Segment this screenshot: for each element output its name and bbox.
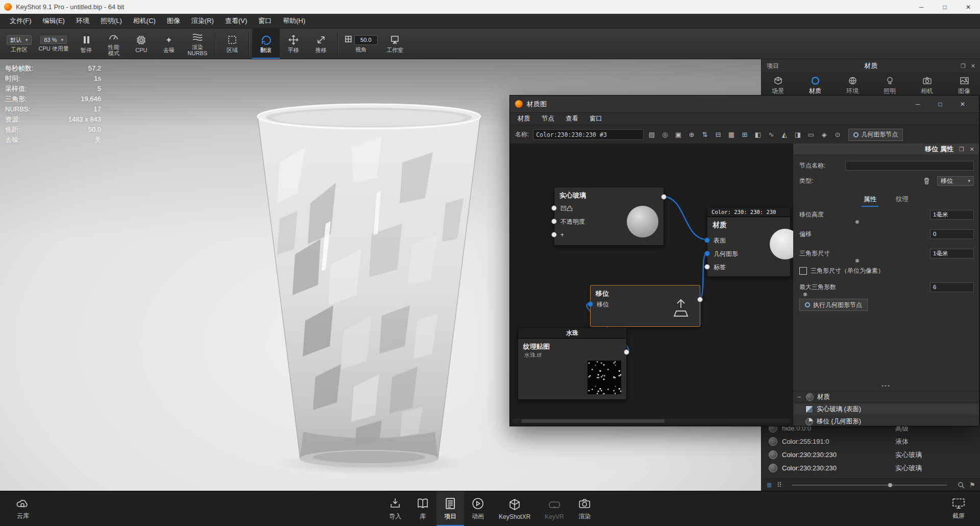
material-graph-titlebar[interactable]: 材质图 ─ □ ✕ xyxy=(510,95,979,113)
checkbox[interactable] xyxy=(799,267,807,275)
graph-toolbar-icon[interactable]: ⊙ xyxy=(832,130,843,140)
cloud-library-button[interactable]: 云库 xyxy=(8,491,38,526)
tab-scene[interactable]: 场景 xyxy=(772,76,784,95)
region-button[interactable]: 区域 xyxy=(218,29,246,59)
input-socket[interactable] xyxy=(704,264,710,270)
tab-properties[interactable]: 属性 xyxy=(862,194,878,207)
input-socket[interactable] xyxy=(551,232,557,237)
animation-button[interactable]: 动画 xyxy=(464,491,492,526)
menu-view[interactable]: 查看(V) xyxy=(219,14,253,28)
horizontal-scrollbar[interactable] xyxy=(512,418,791,424)
node-material-root[interactable]: Color: 230: 230: 230 材质 表面 几何图形 标签 xyxy=(707,207,791,277)
material-list-item[interactable]: Color:230:230:230 实心玻璃 xyxy=(762,462,980,474)
input-socket[interactable] xyxy=(551,219,557,224)
menu-image[interactable]: 图像 xyxy=(161,14,186,28)
close-button[interactable]: ✕ xyxy=(951,95,974,112)
menu-lighting[interactable]: 照明(L) xyxy=(95,14,128,28)
tab-texture[interactable]: 纹理 xyxy=(894,194,911,207)
graph-toolbar-icon[interactable]: ◭ xyxy=(779,130,790,140)
import-button[interactable]: 导入 xyxy=(381,491,409,526)
tab-image[interactable]: 图像 xyxy=(958,76,970,95)
graph-menu-view[interactable]: 查看 xyxy=(560,113,584,125)
graph-toolbar-icon[interactable]: ◈ xyxy=(819,130,829,140)
graph-toolbar-icon[interactable]: ⊞ xyxy=(739,130,750,140)
fov-input[interactable] xyxy=(354,35,378,45)
slider-handle[interactable] xyxy=(803,293,807,296)
project-button[interactable]: 项目 xyxy=(436,491,464,526)
menu-render[interactable]: 渲染(R) xyxy=(186,14,219,28)
collapse-icon[interactable]: − xyxy=(797,394,802,401)
tab-environment[interactable]: 环境 xyxy=(846,76,859,95)
performance-mode-button[interactable]: 性能模式 xyxy=(100,29,128,59)
render-nurbs-button[interactable]: 渲染NURBS xyxy=(183,29,212,59)
type-dropdown[interactable]: 移位 ▾ xyxy=(937,176,974,186)
output-socket[interactable] xyxy=(697,297,703,302)
scrollbar-thumb[interactable] xyxy=(522,419,665,423)
denoise-button[interactable]: ✦ 去噪 xyxy=(155,29,183,59)
slider-handle[interactable] xyxy=(855,220,859,224)
node-texture-map[interactable]: 水珠 纹理贴图 水珠.tif xyxy=(518,327,627,400)
close-button[interactable]: ✕ xyxy=(957,0,980,14)
node-name-input[interactable] xyxy=(845,161,974,171)
graph-toolbar-icon[interactable]: ▤ xyxy=(646,130,657,140)
max-triangles-input[interactable] xyxy=(930,282,974,292)
list-view-icon[interactable]: ≣ xyxy=(767,481,772,489)
graph-toolbar-icon[interactable]: ⊟ xyxy=(713,130,723,140)
menu-file[interactable]: 文件(F) xyxy=(4,14,37,28)
tab-material[interactable]: 材质 xyxy=(809,76,821,95)
tab-lighting[interactable]: 照明 xyxy=(884,76,896,95)
graph-toolbar-icon[interactable]: ⊕ xyxy=(686,130,697,140)
graph-toolbar-icon[interactable]: ◎ xyxy=(659,130,670,140)
close-panel-icon[interactable]: ✕ xyxy=(971,63,975,69)
slider-handle[interactable] xyxy=(888,483,892,487)
slider-handle[interactable] xyxy=(855,259,859,262)
float-panel-icon[interactable]: ❐ xyxy=(961,63,966,69)
tree-item-displace[interactable]: 移位 (几何图形) xyxy=(793,416,979,426)
panel-splitter[interactable]: ••• xyxy=(793,382,979,389)
graph-toolbar-icon[interactable]: ◨ xyxy=(792,130,803,140)
node-solid-glass[interactable]: 实心玻璃 凹凸 不透明度 + xyxy=(554,187,664,246)
grid-view-icon[interactable]: ⠿ xyxy=(777,481,782,489)
close-panel-icon[interactable]: ✕ xyxy=(970,146,974,153)
graph-toolbar-icon[interactable]: ◧ xyxy=(752,130,763,140)
maximize-button[interactable]: □ xyxy=(929,95,951,112)
graph-toolbar-icon[interactable]: ⇅ xyxy=(699,130,710,140)
float-panel-icon[interactable]: ❐ xyxy=(959,146,964,153)
flag-icon[interactable]: ⚑ xyxy=(969,481,975,489)
graph-menu-material[interactable]: 材质 xyxy=(512,113,536,125)
graph-menu-node[interactable]: 节点 xyxy=(536,113,560,125)
graph-toolbar-icon[interactable]: ▭ xyxy=(805,130,816,140)
geometry-node-button[interactable]: 几何图形节点 xyxy=(848,129,903,141)
material-list-item[interactable]: Color:230:230:230 实心玻璃 xyxy=(762,448,980,461)
graph-toolbar-icon[interactable]: ▣ xyxy=(673,130,683,140)
workspace-dropdown[interactable]: 默认 ▾ xyxy=(7,35,32,45)
thumbnail-size-slider[interactable] xyxy=(792,485,947,486)
dolly-button[interactable]: 推移 xyxy=(307,29,335,59)
displace-height-input[interactable] xyxy=(930,210,974,220)
tab-camera[interactable]: 相机 xyxy=(921,76,933,95)
input-socket-connected[interactable] xyxy=(587,301,593,307)
tumble-button[interactable]: 翻滚 xyxy=(252,29,280,59)
trash-icon[interactable] xyxy=(923,177,930,184)
pan-button[interactable]: 平移 xyxy=(280,29,307,59)
input-socket-connected[interactable] xyxy=(704,237,710,243)
library-button[interactable]: 库 xyxy=(409,491,436,526)
offset-input[interactable] xyxy=(930,229,974,239)
menu-help[interactable]: 帮助(H) xyxy=(277,14,311,28)
menu-environment[interactable]: 环境 xyxy=(70,14,95,28)
maximize-button[interactable]: □ xyxy=(933,0,957,14)
output-socket[interactable] xyxy=(624,349,629,355)
input-socket[interactable] xyxy=(551,205,557,211)
studio-button[interactable]: 工作室 xyxy=(381,29,409,59)
tree-item-solid-glass[interactable]: 实心玻璃 (表面) xyxy=(793,403,979,415)
keyshotxr-button[interactable]: KeyShotXR xyxy=(492,491,537,526)
graph-toolbar-icon[interactable]: ∿ xyxy=(766,130,776,140)
cpu-mode-button[interactable]: CPU xyxy=(128,29,155,59)
material-list-item[interactable]: Color:255:191:0 液体 xyxy=(762,435,980,448)
tree-item-material[interactable]: − 材质 xyxy=(793,391,979,403)
texture-node-tab[interactable]: 水珠 xyxy=(518,328,626,339)
input-socket-connected[interactable] xyxy=(704,251,710,256)
pause-button[interactable]: 暂停 xyxy=(72,29,100,59)
search-icon[interactable] xyxy=(958,482,965,489)
menu-window[interactable]: 窗口 xyxy=(253,14,277,28)
